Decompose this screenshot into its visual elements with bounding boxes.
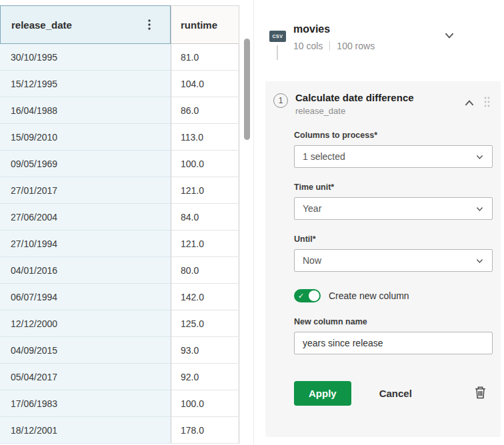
step-actions: Apply Cancel (294, 381, 493, 406)
runtime-cell[interactable]: 86.0 (171, 97, 239, 124)
columns-to-process-field: Columns to process* 1 selected (294, 131, 493, 168)
column-menu-button[interactable] (146, 17, 153, 33)
dataset-expand-button[interactable] (442, 28, 457, 45)
field-label: Until* (294, 234, 493, 244)
table-row: 27/10/1994 121.0 (0, 230, 253, 257)
collapse-step-button[interactable] (462, 96, 477, 113)
kebab-menu-icon (147, 18, 151, 31)
release-date-cell[interactable]: 06/07/1994 (0, 284, 171, 310)
runtime-cell[interactable]: 113.0 (171, 124, 239, 151)
chevron-down-icon (475, 205, 484, 213)
table-body: 30/10/1995 81.0 15/12/1995 104.0 16/04/1… (0, 44, 253, 444)
column-header-label: runtime (181, 19, 217, 31)
new-column-name-field: New column name (294, 317, 493, 354)
csv-file-icon: CSV (269, 31, 286, 42)
chevron-down-icon (475, 256, 484, 265)
column-header-runtime[interactable]: runtime (171, 5, 239, 44)
runtime-cell[interactable]: 84.0 (171, 204, 239, 230)
step-subtitle: release_date (295, 106, 414, 116)
dataset-rows-count: 100 rows (337, 41, 375, 51)
field-label: New column name (294, 317, 493, 326)
dataset-name: movies (293, 23, 330, 35)
drag-dots-icon (483, 96, 490, 108)
step-number-badge: 1 (273, 93, 288, 108)
chevron-down-icon (443, 29, 455, 41)
step-card-header: 1 Calculate date difference release_date (273, 92, 493, 116)
cancel-button[interactable]: Cancel (379, 388, 412, 399)
step-connector-line (277, 45, 278, 60)
table-row: 09/05/1969 100.0 (0, 151, 253, 177)
select-value: 1 selected (303, 151, 345, 162)
release-date-cell[interactable]: 27/10/1994 (0, 230, 171, 257)
table-row: 05/04/2017 92.0 (0, 364, 253, 390)
drag-handle[interactable] (482, 95, 491, 111)
create-new-column-toggle[interactable]: ✓ (294, 289, 321, 302)
release-date-cell[interactable]: 12/12/2000 (0, 310, 171, 337)
step-card: 1 Calculate date difference release_date (265, 81, 501, 437)
column-header-release-date[interactable]: release_date (0, 5, 171, 44)
release-date-cell[interactable]: 16/04/1988 (0, 97, 171, 124)
table-row: 04/01/2016 80.0 (0, 257, 253, 284)
column-header-label: release_date (11, 19, 72, 31)
table-row: 27/01/2017 121.0 (0, 177, 253, 204)
toggle-label: Create new column (329, 290, 409, 301)
columns-to-process-select[interactable]: 1 selected (294, 145, 493, 168)
runtime-cell[interactable]: 80.0 (171, 257, 239, 284)
release-date-cell[interactable]: 17/06/1983 (0, 390, 171, 417)
table-row: 12/12/2000 125.0 (0, 310, 253, 337)
table-row: 06/07/1994 142.0 (0, 284, 253, 310)
runtime-cell[interactable]: 100.0 (171, 151, 239, 177)
release-date-cell[interactable]: 27/06/2004 (0, 204, 171, 230)
table-row: 27/06/2004 84.0 (0, 204, 253, 230)
table-row: 04/09/2015 93.0 (0, 337, 253, 364)
trash-icon (475, 386, 486, 399)
runtime-cell[interactable]: 125.0 (171, 310, 239, 337)
release-date-cell[interactable]: 04/09/2015 (0, 337, 171, 364)
table-row: 18/12/2001 178.0 (0, 417, 253, 444)
runtime-cell[interactable]: 100.0 (171, 390, 239, 417)
data-prep-app: release_date runtime 30/10/1995 81.0 15/… (0, 0, 504, 445)
runtime-cell[interactable]: 104.0 (171, 71, 239, 97)
release-date-cell[interactable]: 09/05/1969 (0, 151, 171, 177)
table-row: 17/06/1983 100.0 (0, 390, 253, 417)
runtime-cell[interactable]: 121.0 (171, 177, 239, 204)
time-unit-select[interactable]: Year (294, 197, 493, 220)
step-title-block: Calculate date difference release_date (295, 92, 414, 116)
field-label: Time unit* (294, 183, 493, 192)
time-unit-field: Time unit* Year (294, 183, 493, 220)
until-select[interactable]: Now (294, 249, 493, 272)
meta-divider (329, 41, 330, 51)
runtime-cell[interactable]: 178.0 (171, 417, 239, 444)
table-row: 15/09/2010 113.0 (0, 124, 253, 151)
runtime-cell[interactable]: 142.0 (171, 284, 239, 310)
dataset-meta: 10 cols 100 rows (293, 41, 375, 51)
select-value: Now (303, 255, 321, 266)
delete-step-button[interactable] (473, 384, 487, 402)
release-date-cell[interactable]: 27/01/2017 (0, 177, 171, 204)
table-row: 15/12/1995 104.0 (0, 71, 253, 97)
select-value: Year (303, 203, 321, 214)
runtime-cell[interactable]: 93.0 (171, 337, 239, 364)
table-row: 30/10/1995 81.0 (0, 44, 253, 71)
chevron-down-icon (475, 153, 484, 161)
runtime-cell[interactable]: 121.0 (171, 230, 239, 257)
release-date-cell[interactable]: 15/09/2010 (0, 124, 171, 151)
vertical-scrollbar-thumb[interactable] (244, 39, 250, 140)
data-grid: release_date runtime 30/10/1995 81.0 15/… (0, 0, 254, 445)
release-date-cell[interactable]: 15/12/1995 (0, 71, 171, 97)
new-column-name-input[interactable] (294, 332, 493, 354)
release-date-cell[interactable]: 18/12/2001 (0, 417, 171, 444)
until-field: Until* Now (294, 234, 493, 272)
release-date-cell[interactable]: 05/04/2017 (0, 364, 171, 390)
create-new-column-row: ✓ Create new column (294, 289, 493, 302)
table-row: 16/04/1988 86.0 (0, 97, 253, 124)
runtime-cell[interactable]: 81.0 (171, 44, 239, 71)
table-header-row: release_date runtime (0, 5, 253, 44)
release-date-cell[interactable]: 04/01/2016 (0, 257, 171, 284)
toggle-knob (309, 290, 319, 301)
field-label: Columns to process* (294, 131, 493, 140)
release-date-cell[interactable]: 30/10/1995 (0, 44, 171, 71)
apply-button[interactable]: Apply (294, 381, 351, 406)
chevron-up-icon (463, 97, 475, 109)
runtime-cell[interactable]: 92.0 (171, 364, 239, 390)
